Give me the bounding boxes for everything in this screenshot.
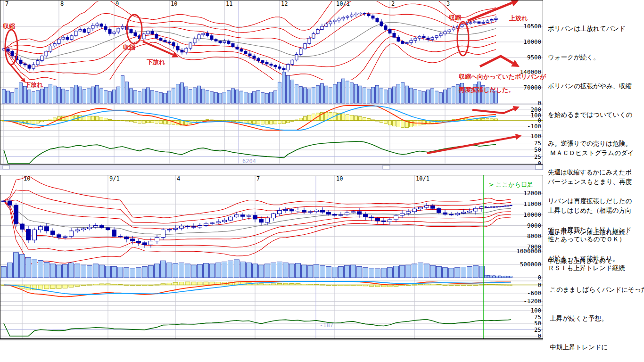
note-line: このまましばらくバンドにそった [548,283,644,296]
svg-text:25: 25 [534,153,541,160]
chart-border [0,175,543,339]
x-tick-label: 10 [171,0,177,7]
macd-panel [0,106,543,130]
x-tick-label: 3 [446,0,450,7]
note-line: ボリバンの拡張がやみ、収縮 [548,79,632,93]
x-tick-label: 10/1 [416,175,429,182]
rsi-panel [4,320,511,337]
scrollbar-right-box[interactable] [536,165,543,170]
note-line: 上昇が続くと予想。 [548,312,644,325]
note-line: を始めるまではついていくの [548,108,632,122]
analysis-notes: ボリバンは上放れてバンド ウォークが続く。 ボリバンの拡張がやみ、収縮 を始める… [548,0,644,38]
grid: 109/1471010/1 [0,175,543,338]
svg-text:100: 100 [530,132,541,140]
svg-text:8000: 8000 [527,232,541,239]
svg-text:0: 0 [537,99,541,107]
svg-text:500000: 500000 [520,261,541,268]
x-tick-label: 7 [256,175,260,182]
note-line: 中心線も上向きなので [548,254,644,268]
x-tick-label: 8 [60,0,64,7]
svg-text:10000: 10000 [523,38,541,45]
lower-weekly-chart[interactable]: 109/1471010/1-18712000110001000090008000… [0,175,543,340]
x-tick-label: 10 [336,175,343,182]
volume-bars [1,253,512,278]
svg-text:10500: 10500 [523,23,541,30]
x-tick-label: 10/1 [336,0,350,7]
x-tick-label: 12 [281,0,288,7]
note-line: ボリバンは上放れてバンド [548,22,632,35]
svg-text:収縮へ向かっていたボリバンが: 収縮へ向かっていたボリバンが [459,73,546,80]
cursor-value-label: 6204 [242,158,256,165]
svg-text:11000: 11000 [523,200,541,207]
candlesticks [2,198,512,247]
scrollbar-thumb[interactable] [383,165,390,169]
svg-text:上放れ: 上放れ [509,15,528,22]
svg-text:-1200: -1200 [523,297,541,304]
scrollbar-left-box[interactable] [3,165,9,169]
x-tick-label: 2 [391,0,395,7]
svg-text:0: 0 [537,332,541,339]
x-tick-label: 4 [177,175,180,182]
macd-panel [0,281,543,297]
note-line: バージェンスもとまり、再度 [548,175,634,189]
svg-text:70000: 70000 [523,84,541,91]
svg-text:9000: 9000 [527,222,541,229]
svg-text:50: 50 [534,146,541,153]
horizontal-scrollbar[interactable] [0,165,543,170]
svg-text:75: 75 [534,140,541,147]
note-line: ウォークが続く。 [548,50,632,64]
daily-divider-label: -> ここから日足 [487,181,533,188]
svg-text:1000000: 1000000 [516,247,541,255]
x-tick-label: 9/1 [109,175,120,182]
svg-text:-100: -100 [527,123,541,130]
svg-text:9500: 9500 [527,54,541,61]
x-tick-label: 7 [5,0,8,7]
svg-text:再度拡張しだした。: 再度拡張しだした。 [458,86,514,93]
upper-daily-chart[interactable]: 78910111210/1236204105001000095001400007… [0,0,546,167]
svg-text:-600: -600 [527,289,541,296]
svg-text:12000: 12000 [523,189,541,197]
svg-text:収縮: 収縮 [123,44,135,51]
note-block-weekly: 週足ボリバンは上放れ継続。 中心線も上向きなので このまましばらくバンドにそった… [548,210,644,362]
svg-text:10000: 10000 [523,211,541,218]
scrollbar-track [0,165,543,170]
bollinger-bands [4,176,511,264]
svg-text:0: 0 [537,281,541,288]
svg-text:下放れ: 下放れ [147,58,165,66]
svg-text:収縮: 収縮 [449,14,461,21]
svg-text:下放れ: 下放れ [25,81,43,88]
x-tick-label: 11 [226,0,232,7]
svg-text:収縮: 収縮 [3,23,15,30]
note-line: 週足ボリバンは上放れ継続。 [548,225,644,239]
note-line: ＭＡＣＤヒストグラムのダイ [548,146,634,160]
right-axis-labels: 105001000095001400007000002001000-100100… [520,23,541,167]
svg-text:0: 0 [537,274,541,281]
charting-app: 78910111210/1236204105001000095001400007… [0,0,644,362]
note-line: 中期上昇トレンドに [548,340,644,354]
